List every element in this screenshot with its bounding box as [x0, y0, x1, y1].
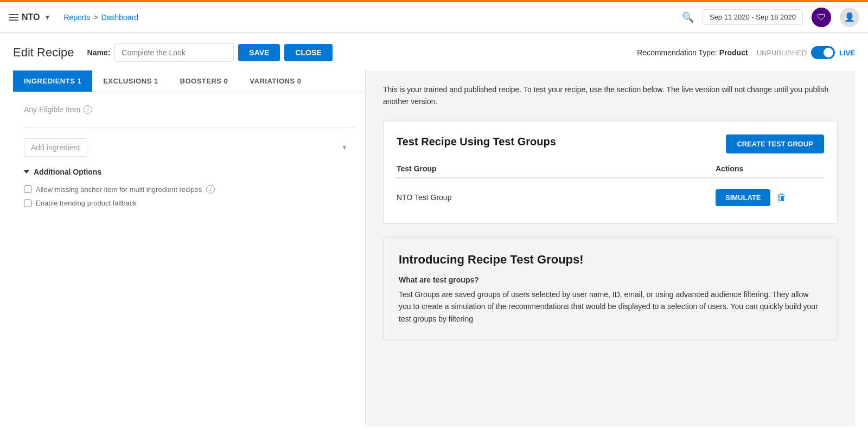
any-eligible-item-info-icon[interactable]: i: [84, 105, 92, 114]
user-avatar[interactable]: 👤: [840, 8, 859, 27]
checkbox-trending-fallback[interactable]: [24, 200, 31, 207]
tab-boosters[interactable]: BOOSTERS 0: [169, 70, 239, 92]
additional-options-toggle[interactable]: Additional Options: [24, 168, 354, 176]
left-content-area: Any Eligible Item i Add ingredient ▼: [13, 92, 365, 427]
checkbox1-info-icon[interactable]: i: [206, 185, 215, 194]
nto-label: NTO: [22, 12, 40, 22]
add-ingredient-select[interactable]: Add ingredient: [24, 138, 87, 157]
col-test-group: Test Group: [397, 164, 716, 173]
intro-title: Introducing Recipe Test Groups!: [399, 253, 822, 267]
recipe-name-input[interactable]: [114, 43, 234, 62]
intro-body-text: Test Groups are saved groups of users se…: [399, 288, 822, 325]
header: NTO ▼ Reports > Dashboard 🔍 Sep 11 2020 …: [0, 2, 868, 33]
recommendation-type-label: Recommendation Type: Product: [637, 48, 748, 57]
col-actions: Actions: [716, 164, 824, 173]
tab-ingredients[interactable]: INGREDIENTS 1: [13, 70, 92, 92]
test-recipe-header: Test Recipe Using Test Groups CREATE TES…: [397, 134, 824, 153]
checkbox-trending-fallback-row: Enable trending product fallback: [24, 199, 354, 207]
search-button[interactable]: 🔍: [682, 11, 694, 23]
hamburger-icon[interactable]: [9, 14, 18, 21]
right-panel: This is your trained and published recip…: [366, 70, 855, 427]
simulate-button[interactable]: SIMULATE: [716, 189, 770, 206]
publish-toggle-group: UNPUBLISHED LIVE: [757, 46, 855, 59]
logo-dropdown-arrow[interactable]: ▼: [44, 14, 50, 21]
test-group-row: NTO Test Group SIMULATE 🗑: [397, 185, 824, 210]
delete-icon[interactable]: 🗑: [777, 192, 787, 203]
logo-area[interactable]: NTO ▼: [9, 12, 50, 22]
test-groups-table: Test Group Actions NTO Test Group SIMULA…: [397, 164, 824, 210]
additional-options-section: Additional Options Allow missing anchor …: [24, 168, 354, 207]
left-panel: INGREDIENTS 1 EXCLUSIONS 1 BOOSTERS 0 VA…: [13, 70, 366, 427]
recommendation-type-section: Recommendation Type: Product UNPUBLISHED…: [637, 46, 855, 59]
breadcrumb-dashboard[interactable]: Dashboard: [101, 13, 139, 22]
toggle-live-label: LIVE: [839, 49, 855, 57]
test-group-name: NTO Test Group: [397, 193, 716, 202]
recipe-header: Edit Recipe Name: SAVE CLOSE Recommendat…: [13, 43, 855, 62]
page-title: Edit Recipe: [13, 46, 74, 60]
checkbox-missing-anchor[interactable]: [24, 185, 31, 193]
date-range-display[interactable]: Sep 11 2020 - Sep 18 2020: [703, 9, 803, 25]
close-button[interactable]: CLOSE: [284, 44, 332, 61]
name-label: Name:: [87, 48, 111, 57]
tab-exclusions[interactable]: EXCLUSIONS 1: [92, 70, 169, 92]
triangle-down-icon: [24, 170, 29, 174]
test-group-actions: SIMULATE 🗑: [716, 189, 824, 206]
checkbox-trending-fallback-label: Enable trending product fallback: [36, 199, 137, 207]
intro-recipe-test-groups-card: Introducing Recipe Test Groups! What are…: [383, 237, 838, 341]
toggle-unpublished-label: UNPUBLISHED: [757, 49, 807, 57]
tabs-bar: INGREDIENTS 1 EXCLUSIONS 1 BOOSTERS 0 VA…: [13, 70, 365, 92]
header-right: 🔍 Sep 11 2020 - Sep 18 2020 🛡 👤: [682, 8, 859, 27]
breadcrumb-reports[interactable]: Reports: [63, 13, 90, 22]
shield-avatar[interactable]: 🛡: [812, 8, 831, 27]
trained-published-text: This is your trained and published recip…: [383, 84, 838, 108]
save-button[interactable]: SAVE: [238, 44, 280, 61]
publish-toggle[interactable]: [811, 46, 835, 59]
tab-variations[interactable]: VARIATIONS 0: [239, 70, 312, 92]
add-ingredient-wrapper: Add ingredient ▼: [24, 138, 354, 157]
main-content: Edit Recipe Name: SAVE CLOSE Recommendat…: [0, 33, 868, 427]
intro-subtitle: What are test groups?: [399, 275, 822, 284]
checkbox-missing-anchor-label: Allow missing anchor item for multi ingr…: [36, 185, 202, 194]
test-recipe-title: Test Recipe Using Test Groups: [397, 134, 556, 149]
two-column-layout: INGREDIENTS 1 EXCLUSIONS 1 BOOSTERS 0 VA…: [13, 70, 855, 427]
right-inner: This is your trained and published recip…: [366, 70, 855, 354]
add-ingredient-chevron-icon: ▼: [341, 144, 348, 151]
create-test-group-button[interactable]: CREATE TEST GROUP: [726, 134, 824, 153]
test-groups-table-header: Test Group Actions: [397, 164, 824, 178]
breadcrumb: Reports > Dashboard: [63, 13, 138, 22]
any-eligible-item: Any Eligible Item i: [24, 105, 354, 127]
test-recipe-card: Test Recipe Using Test Groups CREATE TES…: [383, 121, 838, 224]
checkbox-missing-anchor-row: Allow missing anchor item for multi ingr…: [24, 185, 354, 194]
add-ingredient-row: Add ingredient ▼: [24, 138, 354, 157]
breadcrumb-separator: >: [93, 13, 98, 22]
